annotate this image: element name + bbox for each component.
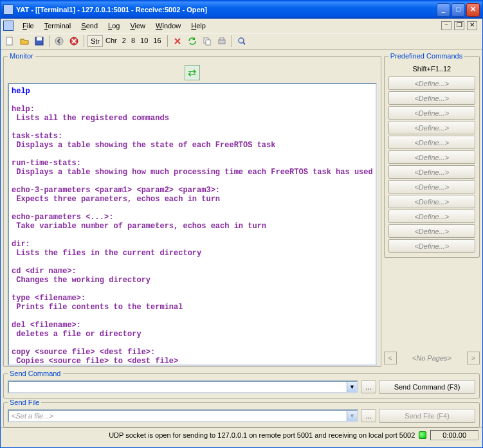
- define-command-11[interactable]: <Define...>: [388, 224, 475, 238]
- mdi-restore[interactable]: ❐: [454, 21, 464, 30]
- delete-icon[interactable]: [171, 35, 184, 48]
- menu-terminal[interactable]: Terminal: [39, 21, 77, 31]
- open-icon[interactable]: [18, 35, 31, 48]
- svg-rect-2: [37, 37, 42, 40]
- send-file-panel: Send File <Set a file...> ▼ ... Send Fil…: [3, 399, 480, 427]
- send-command-legend: Send Command: [8, 370, 63, 377]
- send-command-browse[interactable]: ...: [361, 381, 376, 393]
- statusbar: UDP socket is open for sending to 127.0.…: [1, 427, 482, 442]
- refresh-icon[interactable]: [186, 35, 199, 48]
- define-command-6[interactable]: <Define...>: [388, 150, 475, 164]
- menu-help[interactable]: Help: [186, 21, 211, 31]
- define-command-8[interactable]: <Define...>: [388, 180, 475, 193]
- svg-rect-6: [206, 40, 210, 45]
- send-command-input[interactable]: [9, 383, 347, 391]
- status-time: 0:00.00: [430, 430, 478, 440]
- copy-icon[interactable]: [201, 35, 214, 48]
- radix-chr[interactable]: Chr: [103, 35, 120, 47]
- svg-rect-8: [220, 38, 224, 40]
- send-file-legend: Send File: [8, 399, 41, 406]
- menu-send[interactable]: Send: [76, 21, 103, 31]
- define-command-3[interactable]: <Define...>: [388, 106, 475, 120]
- status-text: UDP socket is open for sending to 127.0.…: [5, 431, 415, 439]
- send-command-panel: Send Command ▼ ... Send Command (F3): [3, 370, 480, 399]
- svg-point-9: [239, 38, 244, 43]
- pager-prev[interactable]: <: [384, 352, 397, 364]
- minimize-button[interactable]: _: [437, 3, 450, 17]
- pager-label: <No Pages>: [398, 354, 466, 362]
- send-command-input-wrap: ▼: [8, 381, 358, 393]
- status-led-icon: [419, 431, 426, 439]
- send-command-button[interactable]: Send Command (F3): [379, 380, 475, 394]
- new-icon[interactable]: [3, 35, 16, 48]
- mdi-minimize[interactable]: −: [441, 21, 451, 30]
- define-command-1[interactable]: <Define...>: [388, 76, 475, 90]
- pager-next[interactable]: >: [467, 352, 480, 364]
- mdi-close[interactable]: ✕: [467, 21, 477, 30]
- find-icon[interactable]: [235, 35, 248, 48]
- monitor-legend: Monitor: [8, 52, 35, 60]
- menu-window[interactable]: Window: [150, 21, 186, 31]
- define-command-4[interactable]: <Define...>: [388, 121, 475, 134]
- commands-legend: Predefined Commands: [388, 52, 465, 60]
- dropdown-icon[interactable]: ▼: [347, 382, 357, 392]
- close-button[interactable]: ✕: [466, 3, 480, 17]
- svg-point-3: [55, 37, 63, 45]
- radix-8[interactable]: 8: [129, 35, 138, 47]
- define-command-12[interactable]: <Define...>: [388, 239, 475, 253]
- send-file-input[interactable]: <Set a file...> ▼: [8, 409, 358, 422]
- commands-hint: Shift+F1..12: [388, 64, 475, 76]
- dropdown-icon[interactable]: ▼: [347, 411, 357, 421]
- save-icon[interactable]: [33, 35, 46, 48]
- commands-panel: Predefined Commands Shift+F1..12 <Define…: [384, 52, 480, 258]
- define-command-2[interactable]: <Define...>: [388, 91, 475, 105]
- menu-log[interactable]: Log: [103, 21, 125, 31]
- menubar: File Terminal Send Log View Window Help …: [1, 19, 482, 33]
- define-command-9[interactable]: <Define...>: [388, 195, 475, 208]
- maximize-button[interactable]: □: [451, 3, 465, 17]
- monitor-panel: Monitor ⇄ help help: Lists all the regis…: [3, 52, 381, 367]
- define-command-10[interactable]: <Define...>: [388, 210, 475, 223]
- stop-icon[interactable]: [68, 35, 80, 48]
- svg-rect-7: [219, 40, 225, 44]
- back-icon[interactable]: [53, 35, 66, 48]
- radix-10[interactable]: 10: [138, 35, 150, 47]
- swap-icon[interactable]: ⇄: [185, 65, 200, 80]
- define-command-7[interactable]: <Define...>: [388, 165, 475, 179]
- window-title: YAT - [[Terminal1] - 127.0.0.1:5001 - Re…: [16, 6, 437, 13]
- send-file-button[interactable]: Send File (F4): [379, 409, 475, 423]
- app-icon-small: [3, 21, 14, 31]
- define-command-5[interactable]: <Define...>: [388, 136, 475, 149]
- terminal-output[interactable]: help help: Lists all the registered comm…: [8, 83, 377, 366]
- radix-str[interactable]: Str: [87, 35, 103, 47]
- toolbar: StrChr281016: [1, 33, 482, 49]
- menu-view[interactable]: View: [125, 21, 150, 31]
- radix-2[interactable]: 2: [120, 35, 129, 47]
- titlebar: YAT - [[Terminal1] - 127.0.0.1:5001 - Re…: [1, 1, 482, 19]
- menu-file[interactable]: File: [17, 21, 39, 31]
- svg-rect-0: [6, 37, 12, 45]
- print-icon[interactable]: [215, 35, 228, 48]
- send-file-browse[interactable]: ...: [361, 409, 376, 422]
- pager: < <No Pages> >: [384, 349, 480, 367]
- app-icon: [3, 4, 14, 15]
- radix-16[interactable]: 16: [150, 35, 163, 47]
